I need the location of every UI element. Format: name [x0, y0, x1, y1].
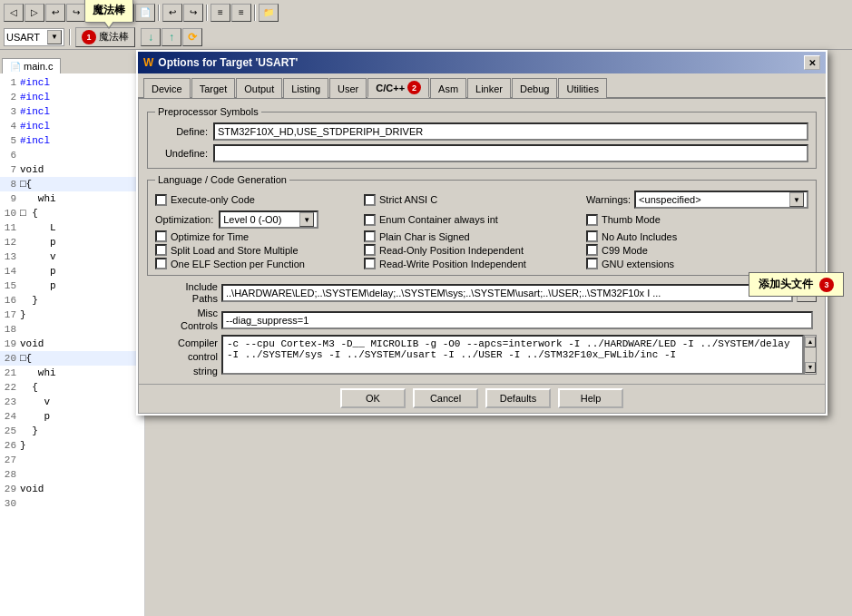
usart-selector: USART ▼ — [4, 28, 64, 46]
split-load-check[interactable]: Split Load and Store Multiple — [155, 244, 364, 256]
tab-utilities[interactable]: Utilities — [558, 78, 606, 98]
dialog-body: Preprocessor Symbols Define: Undefine: L… — [138, 99, 826, 384]
no-auto-check[interactable]: No Auto Includes — [586, 230, 808, 242]
language-legend: Language / Code Generation — [155, 174, 289, 185]
toolbar-btn-1[interactable]: ◁ — [4, 4, 24, 22]
misc-input[interactable] — [221, 311, 813, 329]
ok-button[interactable]: OK — [340, 388, 406, 408]
code-pane: 📄 main.c 1#incl 2#incl 3#incl 4#incl 5#i… — [0, 50, 145, 616]
thumb-mode-check[interactable]: Thumb Mode — [586, 214, 808, 226]
toolbar-btn-4[interactable]: ↪ — [66, 4, 86, 22]
execute-only-check[interactable]: Execute-only Code — [155, 194, 364, 206]
defaults-button[interactable]: Defaults — [485, 388, 551, 408]
toolbar-btn-11[interactable]: ≡ — [231, 4, 251, 22]
gnu-ext-check[interactable]: GNU extensions — [586, 258, 808, 269]
toolbar-btn-7[interactable]: 📄 — [135, 4, 155, 22]
optimization-select[interactable]: Level 0 (-O0) ▼ — [219, 210, 318, 229]
tab-device[interactable]: Device — [143, 78, 191, 98]
usart-label: USART — [6, 32, 47, 43]
dialog-title-icon: W — [143, 56, 153, 69]
badge-1: 1 — [82, 30, 96, 44]
dialog-tabs: Device Target Output Listing User C/C++ … — [138, 73, 826, 99]
optimize-time-check[interactable]: Optimize for Time — [155, 230, 364, 242]
dialog-footer: OK Cancel Defaults Help — [138, 384, 826, 414]
dialog-close-button[interactable]: ✕ — [804, 55, 820, 70]
code-content: 1#incl 2#incl 3#incl 4#incl 5#incl 6 7vo… — [0, 73, 144, 513]
preprocessor-legend: Preprocessor Symbols — [155, 106, 261, 117]
warnings-dropdown-btn[interactable]: ▼ — [789, 192, 804, 207]
tab-cc[interactable]: C/C++ 2 — [367, 78, 429, 98]
toolbar-btn-2[interactable]: ▷ — [24, 4, 44, 22]
include-paths-row: IncludePaths ... — [147, 281, 817, 305]
options-dialog: W Options for Target 'USART' ✕ Device Ta… — [136, 50, 828, 416]
misc-controls-row: MiscControls 添加头文件 3 — [147, 308, 817, 331]
include-label: IncludePaths — [147, 281, 218, 305]
readwrite-pos-check[interactable]: Read-Write Position Independent — [364, 258, 586, 269]
optimization-label: Optimization: — [155, 214, 213, 225]
compiler-textarea[interactable]: -c --cpu Cortex-M3 -D__ MICROLIB -g -O0 … — [221, 335, 804, 375]
readonly-pos-check[interactable]: Read-Only Position Independent — [364, 244, 586, 256]
tab-user[interactable]: User — [329, 78, 367, 98]
dialog-titlebar: W Options for Target 'USART' ✕ — [138, 52, 826, 73]
tab-label: main.c — [24, 61, 53, 72]
language-group: Language / Code Generation Execute-only … — [147, 174, 817, 276]
plain-char-check[interactable]: Plain Char is Signed — [364, 230, 586, 242]
tab-linker[interactable]: Linker — [467, 78, 511, 98]
scroll-down-btn[interactable]: ▼ — [805, 362, 816, 373]
toolbar-btn-12[interactable]: 📁 — [259, 4, 279, 22]
warnings-area: Warnings: <unspecified> ▼ — [586, 191, 808, 209]
define-input[interactable] — [213, 122, 808, 141]
cc-tab-badge: 2 — [407, 81, 421, 94]
usart-dropdown-btn[interactable]: ▼ — [47, 30, 62, 44]
undefine-input[interactable] — [213, 144, 808, 162]
scroll-up-btn[interactable]: ▲ — [805, 337, 816, 347]
toolbar-btn-3[interactable]: ↩ — [45, 4, 65, 22]
enum-container-check[interactable]: Enum Container always int — [364, 214, 586, 226]
toolbar-r2-1[interactable]: ↓ — [141, 28, 161, 46]
help-button[interactable]: Help — [558, 388, 623, 408]
magic-wand-tooltip: 魔法棒 — [84, 0, 133, 23]
tab-debug[interactable]: Debug — [512, 78, 557, 98]
one-elf-check[interactable]: One ELF Section per Function — [155, 258, 364, 269]
toolbar-btn-8[interactable]: ↩ — [162, 4, 182, 22]
tab-icon: 📄 — [10, 62, 21, 72]
badge-3-tooltip: 3 — [819, 278, 834, 292]
define-label: Define: — [155, 126, 208, 137]
magic-wand-button[interactable]: 1 魔法棒 — [75, 27, 135, 47]
opt-dropdown-btn[interactable]: ▼ — [299, 212, 314, 227]
toolbar-btn-10[interactable]: ≡ — [211, 4, 230, 22]
tab-output[interactable]: Output — [236, 78, 282, 98]
dialog-title: Options for Target 'USART' — [158, 56, 298, 69]
magic-wand-label: 魔法棒 — [99, 30, 129, 44]
undefine-label: Undefine: — [155, 148, 208, 159]
compiler-label: Compilercontrolstring — [147, 337, 218, 378]
tab-asm[interactable]: Asm — [430, 78, 466, 98]
main-c-tab[interactable]: 📄 main.c — [2, 58, 61, 73]
compiler-scrollbar[interactable]: ▲ ▼ — [804, 335, 817, 375]
compiler-row: Compilercontrolstring -c --cpu Cortex-M3… — [147, 335, 817, 378]
toolbar-btn-9[interactable]: ↪ — [183, 4, 203, 22]
add-file-tooltip: 添加头文件 3 — [749, 272, 844, 297]
toolbar-r2-3[interactable]: ⟳ — [182, 28, 202, 46]
misc-label: MiscControls — [147, 308, 218, 331]
strict-ansi-check[interactable]: Strict ANSI C — [364, 194, 586, 206]
toolbar-r2-2[interactable]: ↑ — [162, 28, 181, 46]
warnings-value: <unspecified> — [639, 194, 789, 205]
c99-check[interactable]: C99 Mode — [586, 244, 808, 256]
cancel-button[interactable]: Cancel — [413, 388, 478, 408]
tab-listing[interactable]: Listing — [283, 78, 328, 98]
tab-target[interactable]: Target — [191, 78, 236, 98]
include-input[interactable] — [221, 284, 793, 302]
preprocessor-group: Preprocessor Symbols Define: Undefine: — [147, 106, 817, 169]
toolbar-row1: ◁ ▷ ↩ ↪ ✂ 📋 📄 ↩ ↪ ≡ ≡ 📁 — [4, 4, 279, 22]
